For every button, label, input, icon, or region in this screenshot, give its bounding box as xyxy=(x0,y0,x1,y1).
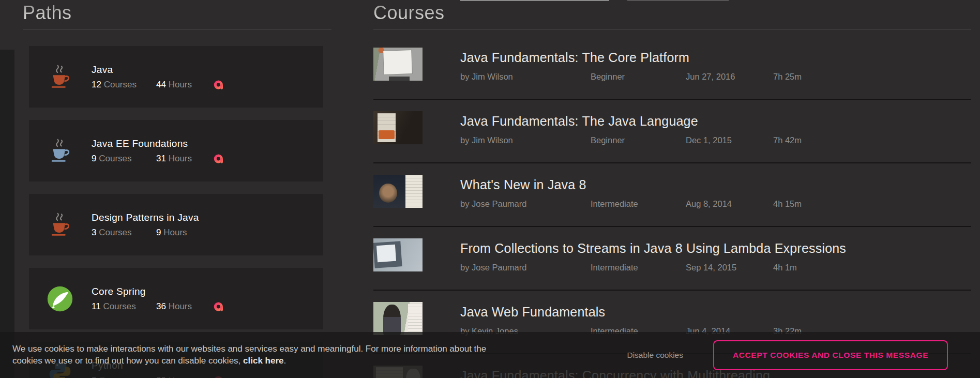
course-row[interactable]: Java Fundamentals: The Java Language by … xyxy=(373,111,971,175)
path-card[interactable]: Design Patterns in Java 3 Courses 9 Hour… xyxy=(29,194,323,255)
cookie-banner: We use cookies to make interactions with… xyxy=(0,332,980,378)
course-level: Intermediate xyxy=(591,263,686,273)
path-courses-count: 3 xyxy=(92,228,96,237)
course-date: Aug 8, 2014 xyxy=(686,199,773,209)
course-meta: by Jim Wilson Beginner Jun 27, 2016 7h 2… xyxy=(460,72,802,82)
path-stats: 3 Courses 9 Hours xyxy=(92,228,214,238)
path-icon xyxy=(43,282,77,315)
path-courses-stat: 12 Courses xyxy=(92,80,156,90)
path-courses-stat: 3 Courses xyxy=(92,228,156,238)
path-hours-label: Hours xyxy=(169,154,192,163)
course-info: From Collections to Streams in Java 8 Us… xyxy=(460,238,846,302)
cookie-message: We use cookies to make interactions with… xyxy=(12,343,517,367)
courses-heading: Courses xyxy=(373,1,971,25)
path-hours-stat: 9 Hours xyxy=(156,228,214,238)
path-icon xyxy=(43,208,77,241)
path-title: Design Patterns in Java xyxy=(92,212,214,223)
path-info: Java 12 Courses 44 Hours xyxy=(92,64,224,90)
courses-list: Java Fundamentals: The Core Platform by … xyxy=(373,48,971,378)
path-hours-stat: 31 Hours xyxy=(156,154,214,164)
page-left-margin xyxy=(0,50,14,378)
course-title[interactable]: Java Fundamentals: The Core Platform xyxy=(460,50,802,65)
course-thumbnail xyxy=(373,238,423,271)
accept-cookies-button[interactable]: ACCEPT COOKIES AND CLOSE THIS MESSAGE xyxy=(713,340,948,370)
path-hours-label: Hours xyxy=(169,301,192,311)
learning-path-badge-icon xyxy=(214,80,224,90)
course-thumbnail xyxy=(373,175,423,208)
path-courses-stat: 9 Courses xyxy=(92,154,156,164)
courses-divider xyxy=(373,29,971,29)
path-hours-label: Hours xyxy=(169,80,192,89)
path-hours-count: 36 xyxy=(156,301,166,311)
course-author: by Jose Paumard xyxy=(460,263,591,273)
path-icon xyxy=(43,134,77,168)
course-title[interactable]: Java Web Fundamentals xyxy=(460,305,802,320)
course-info: What's New in Java 8 by Jose Paumard Int… xyxy=(460,175,802,238)
course-title[interactable]: From Collections to Streams in Java 8 Us… xyxy=(460,241,846,256)
path-stats: 11 Courses 36 Hours xyxy=(92,301,224,312)
paths-list: Java 12 Courses 44 Hours Java EE Foundat… xyxy=(29,46,331,378)
path-courses-count: 12 xyxy=(92,80,101,89)
learning-path-badge-icon xyxy=(214,154,224,164)
path-title: Java xyxy=(92,64,224,75)
course-meta: by Jose Paumard Intermediate Sep 14, 201… xyxy=(460,263,846,273)
course-row[interactable]: Java Fundamentals: The Core Platform by … xyxy=(373,48,971,111)
course-title[interactable]: Java Fundamentals: The Java Language xyxy=(460,114,802,129)
course-duration: 7h 25m xyxy=(773,72,802,82)
path-stats: 9 Courses 31 Hours xyxy=(92,154,224,164)
path-card[interactable]: Java EE Foundations 9 Courses 31 Hours xyxy=(29,120,323,182)
path-hours-count: 9 xyxy=(156,228,161,237)
disable-cookies-link[interactable]: Disable cookies xyxy=(627,351,683,360)
path-courses-label: Courses xyxy=(99,228,131,237)
path-hours-stat: 36 Hours xyxy=(156,301,214,312)
course-date: Jun 27, 2016 xyxy=(686,72,773,82)
paths-divider xyxy=(23,29,331,29)
courses-section: Courses Java Fundamentals: The Core Plat… xyxy=(373,1,971,378)
cookie-click-here-link[interactable]: click here xyxy=(243,356,283,366)
paths-heading: Paths xyxy=(23,1,331,25)
path-card[interactable]: Java 12 Courses 44 Hours xyxy=(29,46,323,108)
cookie-message-period: . xyxy=(284,356,287,366)
course-date: Sep 14, 2015 xyxy=(686,263,773,273)
course-thumbnail xyxy=(373,48,423,81)
path-hours-stat: 44 Hours xyxy=(156,80,214,90)
path-courses-label: Courses xyxy=(104,80,137,89)
course-level: Beginner xyxy=(591,72,686,82)
path-courses-stat: 11 Courses xyxy=(92,301,156,312)
learning-path-badge-icon xyxy=(214,301,224,312)
path-courses-label: Courses xyxy=(99,154,131,163)
path-info: Core Spring 11 Courses 36 Hours xyxy=(92,286,224,312)
course-author: by Jim Wilson xyxy=(460,135,591,145)
path-title: Java EE Foundations xyxy=(92,138,224,149)
paths-section: Paths Java 12 Courses 44 Hours Java EE F… xyxy=(23,1,331,378)
course-date: Dec 1, 2015 xyxy=(686,135,773,145)
path-courses-count: 11 xyxy=(92,301,101,311)
course-meta: by Jose Paumard Intermediate Aug 8, 2014… xyxy=(460,199,802,209)
path-card[interactable]: Core Spring 11 Courses 36 Hours xyxy=(29,268,323,329)
path-hours-count: 31 xyxy=(156,154,166,163)
path-hours-count: 44 xyxy=(156,80,166,89)
course-info: Java Fundamentals: The Core Platform by … xyxy=(460,48,802,111)
path-title: Core Spring xyxy=(92,286,224,297)
path-courses-count: 9 xyxy=(92,154,96,163)
course-meta: by Jim Wilson Beginner Dec 1, 2015 7h 42… xyxy=(460,135,802,145)
course-title[interactable]: What's New in Java 8 xyxy=(460,177,802,192)
course-level: Intermediate xyxy=(591,199,686,209)
course-row[interactable]: What's New in Java 8 by Jose Paumard Int… xyxy=(373,175,971,238)
path-info: Java EE Foundations 9 Courses 31 Hours xyxy=(92,138,224,164)
course-duration: 4h 1m xyxy=(773,263,797,273)
path-info: Design Patterns in Java 3 Courses 9 Hour… xyxy=(92,212,214,238)
course-level: Beginner xyxy=(591,135,686,145)
course-thumbnail xyxy=(373,111,423,144)
course-author: by Jim Wilson xyxy=(460,72,591,82)
path-icon xyxy=(43,61,77,94)
course-thumbnail xyxy=(373,302,423,335)
path-stats: 12 Courses 44 Hours xyxy=(92,80,224,90)
course-row[interactable]: From Collections to Streams in Java 8 Us… xyxy=(373,238,971,302)
path-courses-label: Courses xyxy=(103,301,135,311)
course-info: Java Fundamentals: The Java Language by … xyxy=(460,111,802,175)
course-author: by Jose Paumard xyxy=(460,199,591,209)
course-duration: 4h 15m xyxy=(773,199,802,209)
course-duration: 7h 42m xyxy=(773,135,802,145)
path-hours-label: Hours xyxy=(163,228,187,237)
